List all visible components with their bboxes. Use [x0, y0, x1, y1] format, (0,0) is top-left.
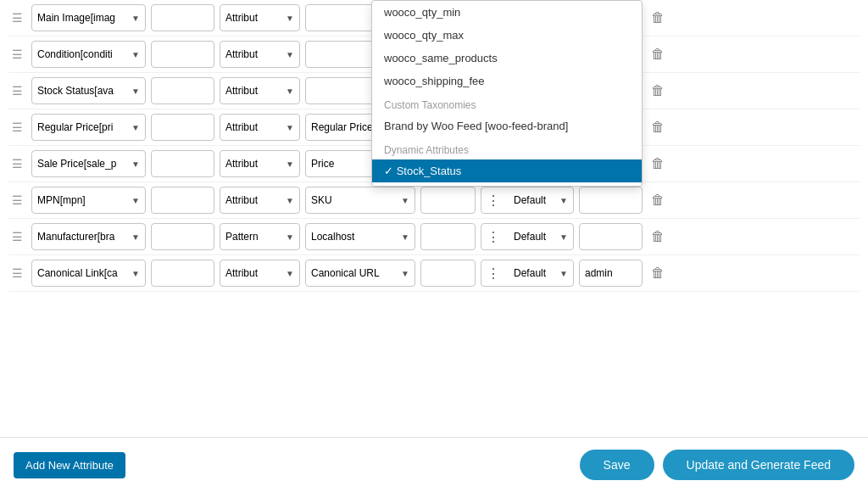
delete-button-6[interactable]: 🗑	[648, 193, 668, 208]
value-select-6[interactable]: SKU ▼	[305, 187, 415, 214]
dots-icon: ⋮	[487, 266, 500, 282]
extra-input-8[interactable]	[579, 260, 643, 287]
attr-select-2[interactable]: Condition[conditi ▼	[31, 41, 146, 68]
attr-select-1[interactable]: Main Image[imag ▼	[31, 4, 146, 31]
drag-handle-icon[interactable]: ☰	[8, 84, 26, 98]
attr-label-1: Main Image[imag	[37, 12, 115, 24]
save-button[interactable]: Save	[580, 450, 654, 480]
attr-label-8: Canonical Link[ca	[37, 267, 118, 279]
attr-label-7: Manufacturer[bra	[37, 231, 114, 243]
attr-select-7[interactable]: Manufacturer[bra ▼	[31, 223, 146, 250]
dropdown-item-wooco-qty-max[interactable]: wooco_qty_max	[372, 24, 642, 47]
custom-taxonomies-label: Custom Taxonomies	[372, 92, 642, 115]
dropdown-item-wooco-same-products[interactable]: wooco_same_products	[372, 47, 642, 70]
footer-area: Add New Attribute Save Update and Genera…	[0, 437, 868, 492]
currency-input-7[interactable]	[420, 223, 476, 250]
dropdown-item-stock-status[interactable]: Stock_Status	[372, 159, 642, 182]
chevron-down-icon: ▼	[286, 159, 294, 169]
dropdown-item-wooco-qty-min[interactable]: wooco_qty_min	[372, 1, 642, 24]
type-select-7[interactable]: Pattern ▼	[220, 223, 300, 250]
chevron-down-icon: ▼	[286, 232, 294, 242]
default-label-6: Default	[514, 194, 546, 206]
drag-handle-icon[interactable]: ☰	[8, 230, 26, 243]
type-select-1[interactable]: Attribut ▼	[220, 4, 300, 31]
attr-label-3: Stock Status[ava	[37, 85, 114, 97]
update-generate-feed-button[interactable]: Update and Generate Feed	[663, 450, 854, 480]
drag-handle-icon[interactable]: ☰	[8, 157, 26, 171]
text-input-1[interactable]	[151, 4, 214, 31]
chevron-down-icon: ▼	[286, 14, 294, 23]
text-input-5[interactable]	[151, 150, 214, 177]
chevron-down-icon: ▼	[131, 87, 140, 96]
delete-button-3[interactable]: 🗑	[648, 83, 668, 98]
chevron-down-icon: ▼	[559, 232, 568, 242]
value-select-7[interactable]: Localhost ▼	[305, 223, 415, 250]
attr-label-2: Condition[conditi	[37, 48, 113, 60]
type-label-6: Attribut	[225, 194, 258, 206]
drag-handle-icon[interactable]: ☰	[8, 48, 26, 61]
type-select-6[interactable]: Attribut ▼	[220, 187, 300, 214]
drag-handle-icon[interactable]: ☰	[8, 11, 26, 25]
default-select-7[interactable]: ⋮ Default ▼	[481, 223, 574, 250]
type-label-4: Attribut	[225, 121, 258, 133]
type-label-3: Attribut	[225, 85, 258, 97]
attr-label-5: Sale Price[sale_p	[37, 158, 116, 170]
type-select-3[interactable]: Attribut ▼	[220, 77, 300, 104]
value-label-8: Canonical URL	[311, 267, 380, 279]
type-label-8: Attribut	[225, 267, 258, 279]
text-input-4[interactable]	[151, 114, 214, 141]
attr-select-4[interactable]: Regular Price[pri ▼	[31, 114, 146, 141]
value-label-5: Price	[311, 158, 334, 170]
text-input-7[interactable]	[151, 223, 214, 250]
drag-handle-icon[interactable]: ☰	[8, 193, 26, 207]
type-select-5[interactable]: Attribut ▼	[220, 150, 300, 177]
type-select-4[interactable]: Attribut ▼	[220, 114, 300, 141]
value-label-7: Localhost	[311, 231, 354, 243]
type-label-7: Pattern	[225, 231, 259, 243]
delete-button-7[interactable]: 🗑	[648, 229, 668, 244]
attr-select-8[interactable]: Canonical Link[ca ▼	[31, 260, 146, 287]
extra-input-7[interactable]	[579, 223, 643, 250]
drag-handle-icon[interactable]: ☰	[8, 266, 26, 280]
chevron-down-icon: ▼	[401, 269, 409, 278]
main-container: ☰ Main Image[imag ▼ Attribut ▼ ⋮ Default…	[0, 0, 868, 492]
default-select-8[interactable]: ⋮ Default ▼	[481, 260, 574, 287]
text-input-2[interactable]	[151, 41, 214, 68]
type-select-2[interactable]: Attribut ▼	[220, 41, 300, 68]
text-input-8[interactable]	[151, 260, 214, 287]
delete-button-8[interactable]: 🗑	[648, 266, 668, 281]
type-label-2: Attribut	[225, 48, 258, 60]
dropdown-item-wooco-shipping-fee[interactable]: wooco_shipping_fee	[372, 70, 642, 92]
value-select-8[interactable]: Canonical URL ▼	[305, 260, 415, 287]
value-label-6: SKU	[311, 194, 332, 206]
chevron-down-icon: ▼	[131, 232, 140, 242]
delete-button-1[interactable]: 🗑	[648, 10, 668, 25]
type-select-8[interactable]: Attribut ▼	[220, 260, 300, 287]
footer-right: Save Update and Generate Feed	[580, 450, 854, 480]
attr-select-3[interactable]: Stock Status[ava ▼	[31, 77, 146, 104]
delete-button-5[interactable]: 🗑	[648, 156, 668, 171]
currency-input-8[interactable]	[420, 260, 476, 287]
dynamic-attributes-label: Dynamic Attributes	[372, 137, 642, 159]
chevron-down-icon: ▼	[401, 196, 409, 205]
extra-input-6[interactable]	[579, 187, 643, 214]
delete-button-4[interactable]: 🗑	[648, 120, 668, 135]
chevron-down-icon: ▼	[286, 123, 294, 132]
add-new-attribute-button[interactable]: Add New Attribute	[14, 452, 125, 478]
chevron-down-icon: ▼	[286, 87, 294, 96]
text-input-6[interactable]	[151, 187, 214, 214]
attr-select-5[interactable]: Sale Price[sale_p ▼	[31, 150, 146, 177]
default-label-8: Default	[514, 267, 546, 279]
text-input-3[interactable]	[151, 77, 214, 104]
value-label-4: Regular Price	[311, 121, 373, 133]
attr-select-6[interactable]: MPN[mpn] ▼	[31, 187, 146, 214]
currency-input-6[interactable]	[420, 187, 476, 214]
chevron-down-icon: ▼	[131, 50, 140, 59]
attr-label-6: MPN[mpn]	[37, 194, 86, 206]
delete-button-2[interactable]: 🗑	[648, 47, 668, 62]
chevron-down-icon: ▼	[131, 196, 140, 205]
drag-handle-icon[interactable]: ☰	[8, 120, 26, 134]
dropdown-item-brand-woo-feed[interactable]: Brand by Woo Feed [woo-feed-brand]	[372, 115, 642, 137]
chevron-down-icon: ▼	[131, 14, 140, 23]
default-select-6[interactable]: ⋮ Default ▼	[481, 187, 574, 214]
